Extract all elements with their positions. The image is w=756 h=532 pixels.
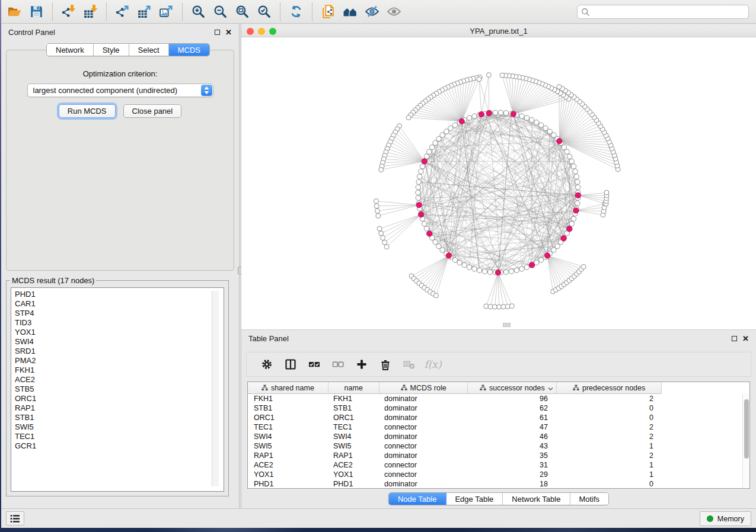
table-row[interactable]: SWI4SWI4dominator462 <box>248 432 749 441</box>
tab-edge-table[interactable]: Edge Table <box>446 493 503 505</box>
control-panel: Control Panel ✕ NetworkStyleSelectMCDS O… <box>1 24 239 508</box>
criterion-select[interactable]: largest connected component (undirected) <box>27 84 213 97</box>
table-row[interactable]: FKH1FKH1dominator962 <box>248 394 749 403</box>
task-history-button[interactable] <box>6 511 24 525</box>
mcds-result-item[interactable]: ACE2 <box>15 375 224 384</box>
close-table-panel-icon[interactable]: ✕ <box>742 336 749 341</box>
mcds-result-item[interactable]: TEC1 <box>15 432 224 441</box>
table-row[interactable]: STB1STB1dominator620 <box>248 403 749 413</box>
fit-content-icon <box>235 4 250 19</box>
mcds-result-item[interactable]: TID3 <box>15 318 224 328</box>
tab-network[interactable]: Network <box>47 44 94 56</box>
export-network-button[interactable] <box>111 2 133 22</box>
show-graphics-details-button[interactable] <box>383 2 405 22</box>
search-input[interactable] <box>592 7 748 17</box>
mcds-result-item[interactable]: STB5 <box>15 384 224 394</box>
control-panel-title: Control Panel <box>8 28 55 37</box>
network-canvas[interactable] <box>241 37 756 329</box>
table-row[interactable]: YOX1YOX1connector291 <box>248 470 749 479</box>
table-row[interactable]: PHD1PHD1dominator180 <box>248 479 749 489</box>
function-builder-button: f(x) <box>421 354 445 375</box>
tab-network-table[interactable]: Network Table <box>503 493 570 505</box>
mcds-result-item[interactable]: ORC1 <box>15 394 224 403</box>
delete-columns-button[interactable] <box>374 354 397 375</box>
mcds-result-item[interactable]: STB1 <box>15 413 224 422</box>
tab-motifs[interactable]: Motifs <box>570 493 608 505</box>
memory-button[interactable]: Memory <box>700 511 751 526</box>
mcds-result-item[interactable]: SWI5 <box>15 422 224 432</box>
column-header-successor-nodes[interactable]: successor nodes <box>468 382 557 393</box>
mcds-result-item[interactable]: YOX1 <box>15 328 224 337</box>
mcds-result-item[interactable]: GCR1 <box>15 441 224 451</box>
show-columns-button[interactable] <box>279 354 302 375</box>
column-header-name[interactable]: name <box>328 382 379 393</box>
import-table-button[interactable] <box>79 2 101 22</box>
network-graph[interactable] <box>241 37 756 329</box>
table-row[interactable]: ORC1ORC1dominator610 <box>248 413 749 422</box>
show-columns-icon <box>285 358 296 370</box>
column-header-MCDS-role[interactable]: MCDS role <box>379 382 468 393</box>
cell: 35 <box>468 451 557 460</box>
mcds-result-item[interactable]: CAR1 <box>15 299 224 309</box>
cell: 43 <box>468 441 557 451</box>
import-network-button[interactable] <box>58 2 79 22</box>
horizontal-splitter-grip[interactable] <box>503 323 511 327</box>
zoom-out-button[interactable] <box>209 2 231 22</box>
table-row[interactable]: ACE2ACE2connector311 <box>248 460 749 470</box>
search-icon <box>581 8 590 17</box>
save-session-icon <box>29 4 44 19</box>
close-panel-button[interactable]: Close panel <box>123 104 182 118</box>
column-header-shared-name[interactable]: shared name <box>248 382 328 393</box>
table-scrollbar[interactable] <box>742 394 749 488</box>
zoom-in-button[interactable] <box>187 2 209 22</box>
table-row[interactable]: SWI5SWI5connector431 <box>248 441 749 451</box>
hide-graphics-details-button[interactable] <box>361 2 383 22</box>
tab-node-table[interactable]: Node Table <box>389 493 446 505</box>
table-type-tabs: Node TableEdge TableNetwork TableMotifs <box>388 492 609 505</box>
mcds-result-item[interactable]: FKH1 <box>15 366 224 375</box>
network-from-document-button[interactable] <box>317 2 339 22</box>
cell: dominator <box>379 413 468 422</box>
import-table-icon <box>83 4 98 19</box>
float-table-panel-icon[interactable] <box>732 336 737 341</box>
column-header-predecessor-nodes[interactable]: predecessor nodes <box>557 382 661 393</box>
mcds-tab-content: Optimization criterion: largest connecte… <box>6 50 234 271</box>
mcds-result-item[interactable]: STP4 <box>15 309 224 318</box>
mcds-result-item[interactable]: PHD1 <box>15 290 224 299</box>
tab-select[interactable]: Select <box>129 44 169 56</box>
mcds-result-item[interactable]: SRD1 <box>15 347 224 356</box>
float-panel-icon[interactable] <box>215 30 220 35</box>
unselect-all-columns-button[interactable] <box>326 354 350 375</box>
status-bar: Memory <box>1 508 756 528</box>
add-column-button[interactable] <box>350 354 374 375</box>
result-scrollbar[interactable] <box>212 291 219 486</box>
table-scrollbar-thumb[interactable] <box>744 399 749 459</box>
cell: PHD1 <box>328 479 379 489</box>
close-panel-icon[interactable]: ✕ <box>225 30 232 35</box>
mcds-result-box: MCDS result (17 nodes) PHD1CAR1STP4TID3Y… <box>6 276 229 496</box>
mcds-result-item[interactable]: SWI4 <box>15 337 224 347</box>
fit-selected-button[interactable] <box>253 2 275 22</box>
export-image-button[interactable] <box>155 2 177 22</box>
settings-button[interactable] <box>255 354 279 375</box>
table-row[interactable]: TEC1TEC1connector472 <box>248 422 749 432</box>
mcds-result-item[interactable]: RAP1 <box>15 403 224 413</box>
export-table-icon <box>137 4 152 19</box>
cell: 1 <box>557 460 662 470</box>
open-file-icon <box>7 4 22 19</box>
mcds-result-item[interactable]: PMA2 <box>15 356 224 366</box>
tab-style[interactable]: Style <box>94 44 129 56</box>
fit-content-button[interactable] <box>231 2 253 22</box>
select-all-columns-button[interactable] <box>302 354 326 375</box>
export-table-button[interactable] <box>133 2 155 22</box>
tab-mcds[interactable]: MCDS <box>169 44 209 56</box>
save-session-button[interactable] <box>25 2 47 22</box>
open-file-button[interactable] <box>4 2 25 22</box>
homes-button[interactable] <box>339 2 361 22</box>
refresh-view-button[interactable] <box>285 2 307 22</box>
cell: YOX1 <box>328 470 379 479</box>
table-row[interactable]: RAP1RAP1dominator352 <box>248 451 749 460</box>
cell: 2 <box>557 394 662 403</box>
table-body: FKH1FKH1dominator962STB1STB1dominator620… <box>248 394 749 489</box>
run-mcds-button[interactable]: Run MCDS <box>59 104 116 118</box>
